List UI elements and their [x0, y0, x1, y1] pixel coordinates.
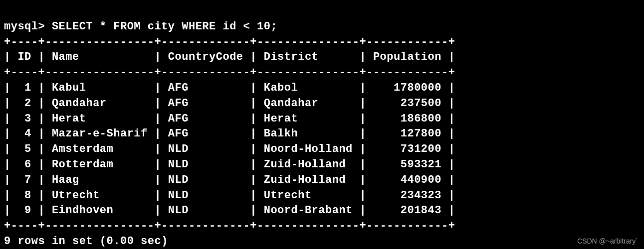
result-footer: 9 rows in set (0.00 sec) — [4, 235, 168, 248]
table-row: | 2 | Qandahar | AFG | Qandahar | 237500… — [4, 97, 455, 110]
table-border-mid: +----+----------------+-------------+---… — [4, 66, 455, 79]
watermark: CSDN @~arbitrary` — [577, 237, 638, 245]
sql-query: SELECT * FROM city WHERE id < 10; — [52, 20, 277, 33]
mysql-prompt: mysql> — [4, 20, 45, 33]
table-header-row: | ID | Name | CountryCode | District | P… — [4, 51, 455, 63]
table-row: | 4 | Mazar-e-Sharif | AFG | Balkh | 127… — [4, 127, 455, 140]
table-row: | 6 | Rotterdam | NLD | Zuid-Holland | 5… — [4, 158, 455, 171]
table-row: | 7 | Haag | NLD | Zuid-Holland | 440900… — [4, 174, 455, 186]
terminal-output: mysql> SELECT * FROM city WHERE id < 10;… — [4, 4, 640, 249]
table-row: | 8 | Utrecht | NLD | Utrecht | 234323 | — [4, 189, 455, 202]
table-row: | 9 | Eindhoven | NLD | Noord-Brabant | … — [4, 204, 455, 217]
table-row: | 3 | Herat | AFG | Herat | 186800 | — [4, 113, 455, 125]
table-border-top: +----+----------------+-------------+---… — [4, 36, 455, 48]
table-row: | 5 | Amsterdam | NLD | Noord-Holland | … — [4, 143, 455, 155]
table-border-bottom: +----+----------------+-------------+---… — [4, 220, 455, 232]
table-row: | 1 | Kabul | AFG | Kabol | 1780000 | — [4, 82, 455, 94]
